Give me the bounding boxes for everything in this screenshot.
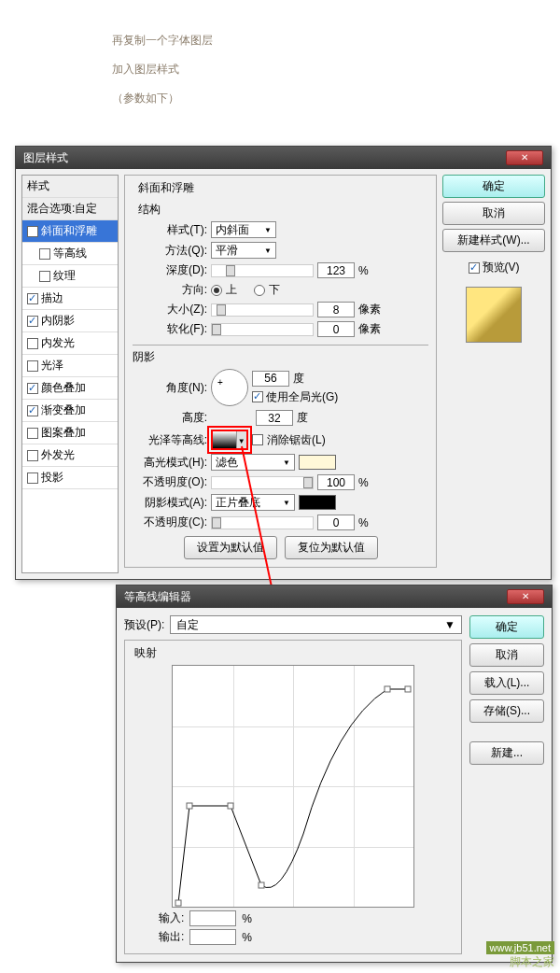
method-label: 方法(Q): — [133, 243, 207, 259]
svg-rect-3 — [259, 882, 264, 888]
style-item[interactable]: 颜色叠加 — [22, 377, 118, 400]
depth-slider[interactable] — [211, 264, 314, 277]
style-item[interactable]: 光泽 — [22, 355, 118, 377]
output-label: 输出: — [159, 929, 184, 945]
shadow-mode-label: 阴影模式(A): — [133, 495, 207, 511]
style-checkbox[interactable] — [39, 248, 50, 260]
watermark: www.jb51.net 脚本之家 — [486, 940, 554, 969]
svg-rect-4 — [385, 686, 390, 692]
style-item-label: 内阴影 — [41, 313, 75, 329]
soften-slider[interactable] — [211, 323, 314, 336]
ok-button[interactable]: 确定 — [442, 175, 545, 198]
new-button[interactable]: 新建... — [469, 741, 544, 765]
style-checkbox[interactable] — [27, 293, 38, 304]
style-item-label: 纹理 — [53, 268, 76, 284]
shadow-opacity-input[interactable] — [317, 515, 355, 530]
highlight-color-swatch[interactable] — [299, 455, 336, 470]
depth-input[interactable] — [317, 262, 355, 278]
soften-unit: 像素 — [358, 321, 381, 337]
new-style-button[interactable]: 新建样式(W)... — [442, 229, 545, 252]
style-label: 样式(T): — [133, 222, 207, 238]
shadow-color-swatch[interactable] — [299, 495, 336, 510]
styles-header[interactable]: 样式 — [22, 176, 118, 198]
dialog-title: 图层样式 — [23, 150, 68, 166]
style-item-label: 图案叠加 — [41, 425, 86, 441]
blend-options-header[interactable]: 混合选项:自定 — [22, 198, 118, 220]
angle-label: 角度(N): — [133, 380, 207, 396]
close-icon[interactable]: ✕ — [506, 150, 543, 165]
style-checkbox[interactable] — [27, 360, 38, 372]
style-checkbox[interactable] — [39, 271, 50, 282]
structure-title: 结构 — [138, 202, 428, 218]
svg-rect-2 — [228, 803, 233, 809]
direction-label: 方向: — [133, 282, 207, 298]
direction-down-radio[interactable] — [254, 285, 265, 296]
angle-dial[interactable] — [211, 369, 248, 406]
style-item[interactable]: 等高线 — [22, 243, 118, 265]
right-panel: 确定 取消 新建样式(W)... 预览(V) — [442, 175, 545, 573]
style-item-label: 光泽 — [41, 358, 63, 374]
style-item[interactable]: 纹理 — [22, 265, 118, 288]
output-value[interactable] — [189, 929, 236, 945]
size-label: 大小(Z): — [133, 302, 207, 317]
contour-editor-dialog: 等高线编辑器 ✕ 预设(P): 自定▼ 映射 — [116, 585, 553, 963]
highlight-mode-combo[interactable]: 滤色▼ — [211, 454, 295, 471]
cancel-button[interactable]: 取消 — [469, 643, 544, 667]
global-light-checkbox[interactable] — [252, 391, 263, 402]
style-checkbox[interactable] — [27, 316, 38, 327]
preview-thumbnail — [466, 287, 522, 343]
titlebar[interactable]: 图层样式 ✕ — [16, 147, 551, 169]
chevron-down-icon: ▼ — [283, 499, 290, 507]
style-checkbox[interactable] — [27, 226, 38, 237]
style-checkbox[interactable] — [27, 338, 38, 349]
style-item-label: 投影 — [41, 470, 63, 486]
direction-up-radio[interactable] — [211, 285, 222, 296]
instruction-text: 再复制一个字体图层 加入图层样式 （参数如下） — [112, 23, 213, 109]
preview-checkbox[interactable] — [469, 262, 480, 274]
shadow-opacity-slider[interactable] — [211, 516, 314, 529]
soften-input[interactable] — [317, 321, 355, 337]
style-item-label: 描边 — [41, 290, 63, 306]
altitude-input[interactable] — [256, 410, 293, 426]
style-item-label: 渐变叠加 — [41, 402, 86, 418]
size-slider[interactable] — [211, 303, 314, 317]
style-checkbox[interactable] — [27, 450, 38, 461]
style-item[interactable]: 图案叠加 — [22, 422, 118, 444]
save-button[interactable]: 存储(S)... — [469, 699, 544, 723]
chevron-down-icon: ▼ — [444, 618, 455, 631]
reset-default-button[interactable]: 复位为默认值 — [285, 536, 378, 559]
style-combo[interactable]: 内斜面▼ — [211, 221, 276, 238]
load-button[interactable]: 载入(L)... — [469, 671, 544, 695]
style-checkbox[interactable] — [27, 472, 38, 484]
style-checkbox[interactable] — [27, 428, 38, 439]
preset-combo[interactable]: 自定▼ — [170, 615, 462, 634]
style-item[interactable]: 内阴影 — [22, 310, 118, 332]
antialias-checkbox[interactable] — [252, 434, 263, 445]
highlight-opacity-slider[interactable] — [211, 476, 314, 489]
curve-canvas[interactable] — [172, 665, 414, 908]
style-item-label: 外发光 — [41, 447, 75, 463]
svg-rect-1 — [187, 803, 192, 809]
style-checkbox[interactable] — [27, 405, 38, 416]
highlight-opacity-input[interactable] — [317, 474, 355, 490]
style-item[interactable]: 外发光 — [22, 444, 118, 467]
style-item[interactable]: 渐变叠加 — [22, 400, 118, 422]
close-icon[interactable]: ✕ — [507, 589, 544, 604]
method-combo[interactable]: 平滑▼ — [211, 242, 276, 259]
cancel-button[interactable]: 取消 — [442, 202, 545, 225]
style-item-label: 斜面和浮雕 — [41, 223, 97, 239]
size-input[interactable] — [317, 302, 355, 317]
input-value[interactable] — [189, 910, 236, 926]
style-checkbox[interactable] — [27, 383, 38, 394]
style-item[interactable]: 投影 — [22, 467, 118, 489]
style-item[interactable]: 斜面和浮雕 — [22, 220, 118, 243]
chevron-down-icon: ▼ — [264, 247, 272, 255]
titlebar[interactable]: 等高线编辑器 ✕ — [117, 585, 552, 608]
depth-label: 深度(D): — [133, 262, 207, 278]
mapping-title: 映射 — [131, 645, 161, 661]
style-item[interactable]: 内发光 — [22, 332, 118, 355]
soften-label: 软化(F): — [133, 321, 207, 337]
ok-button[interactable]: 确定 — [469, 615, 544, 639]
angle-input[interactable] — [252, 371, 289, 387]
style-item[interactable]: 描边 — [22, 288, 118, 310]
